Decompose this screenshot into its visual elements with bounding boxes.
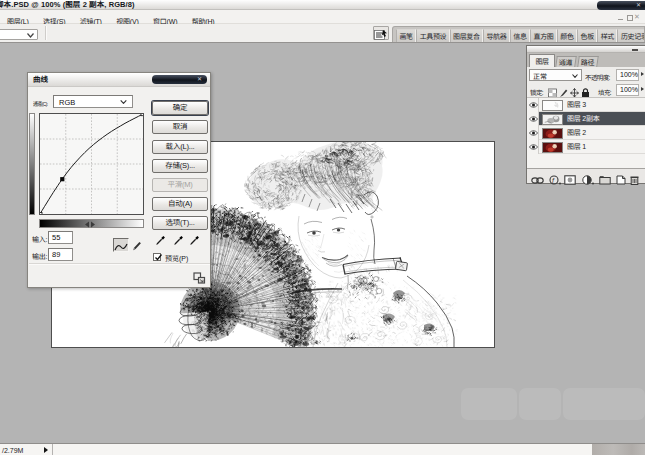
close-icon[interactable]: ✕ [634, 14, 640, 20]
icon-graphic [630, 175, 639, 185]
dialog-title-shade: ✕ [152, 75, 207, 84]
photoshop-application: { "window": { "title": "脚本.PSD @ 100% (图… [0, 0, 645, 455]
window-title: 脚本.PSD @ 100% (图层 2 副本, RGB/8) [0, 0, 396, 10]
lock-position-button[interactable] [570, 84, 579, 95]
layer-visibility-toggle[interactable] [527, 112, 539, 126]
save-button[interactable]: 存储(S)... [152, 159, 208, 173]
tab-channels[interactable]: 通道 [555, 56, 577, 67]
palette-tab-tool-presets[interactable]: 工具预设 [416, 29, 449, 42]
document-window-controls[interactable]: ✕ [616, 14, 642, 21]
channel-select[interactable]: RGB [53, 95, 133, 108]
eyedropper-icon [173, 235, 184, 246]
black-point-eyedropper[interactable] [155, 232, 167, 244]
palette-tab-brushes[interactable]: 画笔 [396, 29, 416, 42]
lock-all-button[interactable] [581, 84, 590, 95]
new-layer-icon[interactable] [616, 171, 626, 189]
chevron-down-icon [572, 74, 578, 78]
adjustment-layer-icon[interactable] [582, 171, 595, 189]
layer-mask-icon[interactable] [564, 171, 576, 189]
palette-tab-styles[interactable]: 样式 [597, 29, 617, 42]
cancel-button[interactable]: 取消 [152, 120, 208, 134]
layer-visibility-toggle[interactable] [527, 126, 539, 140]
palette-tab-history[interactable]: 历史记录 [617, 29, 645, 42]
resize-grip[interactable] [193, 270, 207, 282]
curve-tool-button[interactable] [113, 238, 129, 252]
link-layers-icon[interactable] [531, 171, 544, 189]
palette-tab-swatches[interactable]: 色板 [577, 29, 597, 42]
icon-graphic [564, 175, 576, 185]
tool-option-select[interactable] [0, 29, 38, 40]
close-icon[interactable]: ✕ [197, 76, 202, 83]
restore-icon[interactable] [626, 14, 632, 20]
fill-field[interactable]: 100% [616, 84, 639, 96]
layer-row[interactable]: 图层 2副本 [527, 112, 645, 126]
blend-mode-value: 正常 [533, 72, 547, 81]
palette-tab-layer-comps[interactable]: 图层复合 [450, 29, 483, 42]
input-field[interactable]: 55 [48, 231, 73, 244]
tab-paths[interactable]: 路径 [577, 56, 599, 67]
panel-bottom-bar: f [527, 168, 645, 183]
brush-preset-button[interactable] [373, 26, 389, 40]
chevron-down-icon [120, 100, 127, 104]
layer-thumbnail [542, 128, 563, 139]
status-menu-arrow-icon[interactable] [44, 447, 48, 453]
icon-graphic [529, 144, 538, 150]
output-field[interactable]: 89 [48, 248, 73, 261]
palette-well: 画笔 工具预设 图层复合 导航器 信息 直方图 颜色 色板 样式 历史记录 [392, 26, 645, 42]
layer-style-icon[interactable]: f [549, 171, 562, 189]
input-label: 输入: [32, 234, 47, 244]
title-bar[interactable]: 脚本.PSD @ 100% (图层 2 副本, RGB/8) ✕ [0, 0, 645, 10]
options-button[interactable]: 选项(T)... [152, 216, 208, 230]
delete-layer-icon[interactable] [630, 171, 639, 189]
tab-layers[interactable]: 图层 [529, 54, 555, 67]
new-group-icon[interactable] [599, 171, 611, 189]
icon-graphic [582, 175, 595, 185]
gray-point-eyedropper[interactable] [173, 232, 185, 244]
dialog-title: 曲线 [33, 74, 48, 86]
layer-name: 图层 1 [567, 140, 586, 154]
preview-checkbox[interactable] [153, 253, 161, 261]
palette-tab-navigator[interactable]: 导航器 [483, 29, 510, 42]
output-label: 输出: [32, 251, 47, 261]
chevron-down-icon [27, 33, 34, 38]
white-point-eyedropper[interactable] [189, 232, 201, 244]
layer-visibility-toggle[interactable] [527, 140, 539, 154]
auto-button[interactable]: 自动(A) [152, 197, 208, 211]
layer-row[interactable]: 图层 1 [527, 140, 645, 154]
curves-dialog[interactable]: 曲线 ✕ 通道(C): RGB 输入: 55 输出: [27, 72, 211, 288]
curve-grid[interactable] [39, 113, 144, 215]
layer-row[interactable]: 图层 3 [527, 98, 645, 112]
layer-name: 图层 2副本 [567, 112, 600, 126]
icon-graphic [529, 116, 538, 122]
minimize-icon[interactable] [618, 14, 624, 20]
palette-tab-color[interactable]: 颜色 [557, 29, 577, 42]
lock-transparency-button[interactable] [548, 84, 557, 95]
load-button[interactable]: 载入(L)... [152, 140, 208, 154]
fill-label: 填充: [598, 87, 611, 97]
layer-visibility-toggle[interactable] [527, 98, 539, 112]
watermark-block [563, 388, 645, 420]
icon-graphic [543, 143, 562, 152]
opacity-spinner-icon[interactable] [641, 72, 644, 76]
dialog-title-bar[interactable]: 曲线 ✕ [28, 73, 210, 87]
watermark-block [519, 388, 561, 420]
gradient-flip-arrows-icon [84, 221, 96, 228]
lock-pixels-button[interactable] [559, 84, 568, 95]
layer-row[interactable]: 图层 2 [527, 126, 645, 140]
blend-mode-row: 正常 不透明度: 100% [527, 67, 645, 82]
opacity-field[interactable]: 100% [616, 69, 639, 81]
fill-spinner-icon[interactable] [641, 87, 644, 91]
pencil-tool-button[interactable] [131, 238, 143, 252]
ok-button[interactable]: 确定 [152, 101, 208, 115]
collapse-icon[interactable] [632, 49, 638, 51]
status-divider [52, 444, 53, 455]
close-icon[interactable]: ✕ [636, 2, 641, 9]
icon-graphic [529, 130, 538, 136]
brush-preset-icon [374, 29, 388, 41]
watermark-block [461, 388, 517, 420]
blend-mode-select[interactable]: 正常 [529, 69, 582, 81]
panel-header[interactable] [527, 46, 645, 53]
window-controls[interactable]: ✕ [597, 1, 645, 10]
palette-tab-info[interactable]: 信息 [510, 29, 530, 42]
palette-tab-histogram[interactable]: 直方图 [530, 29, 557, 42]
